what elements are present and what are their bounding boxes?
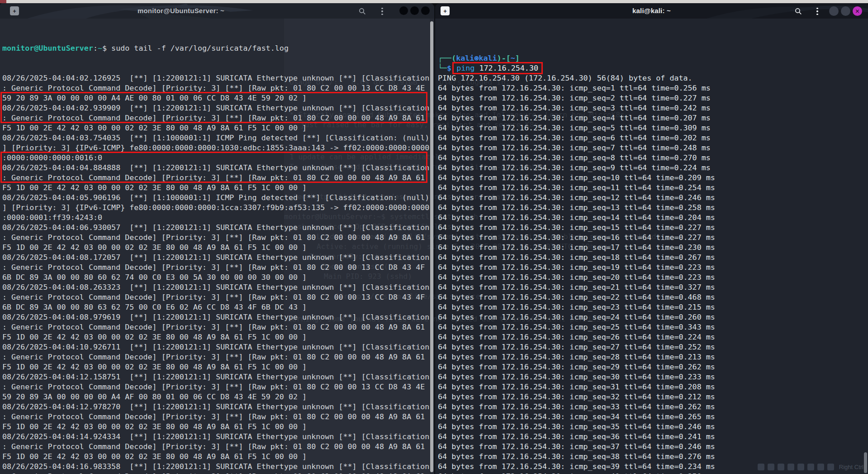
ping-reply-line: 64 bytes from 172.16.254.30: icmp_seq=18…: [438, 252, 868, 262]
ping-reply-line: 64 bytes from 172.16.254.30: icmp_seq=1 …: [438, 83, 868, 93]
menu-kebab-icon[interactable]: [813, 7, 821, 15]
terminal-tab-icon[interactable]: +: [10, 6, 19, 15]
prompt-path: ~: [98, 43, 102, 53]
ping-reply-line: 64 bytes from 172.16.254.30: icmp_seq=21…: [438, 282, 868, 292]
ping-reply-line: 64 bytes from 172.16.254.30: icmp_seq=10…: [438, 172, 868, 182]
log-line: ] [Priority: 3] {IPv6-ICMP} fe80:0000:00…: [2, 202, 434, 212]
left-terminal-output[interactable]: monitor@UbuntuServer:~$ sudo tail -f /va…: [0, 19, 434, 474]
ping-target-ip: 172.16.254.30: [479, 63, 538, 72]
prompt-frame: ]: [515, 53, 520, 62]
log-line: : Generic Protocol Command Decode] [Prio…: [2, 232, 434, 242]
log-line: : Generic Protocol Command Decode] [Prio…: [2, 83, 434, 93]
log-line: 6B DC 89 3A 00 00 80 63 62 75 00 C0 E6 0…: [2, 302, 434, 312]
maximize-button[interactable]: [410, 6, 419, 15]
desktop: + monitor@UbuntuServer: ~ monitor@Ubuntu…: [0, 0, 868, 474]
ping-header-line: PING 172.16.254.30 (172.16.254.30) 56(84…: [438, 73, 868, 83]
ping-reply-line: 64 bytes from 172.16.254.30: icmp_seq=6 …: [438, 133, 868, 143]
window-kali-terminal: + kali@kali: ~ ✕ ┌──(kali⊛kali)-[~]└─$pi…: [435, 3, 868, 474]
ping-reply-line: 64 bytes from 172.16.254.30: icmp_seq=26…: [438, 332, 868, 342]
log-line: 59 20 89 3A 00 00 00 00 A4 AE 00 80 01 0…: [2, 93, 434, 103]
shell-prompt-line: monitor@UbuntuServer:~$ sudo tail -f /va…: [2, 43, 434, 53]
log-line: 08/26/2025-04:04:16.983358 [**] [1:22001…: [2, 461, 434, 471]
virtualbox-status-icons: Right Ctrl: [758, 464, 863, 470]
log-line: 08/26/2025-04:04:12.158751 [**] [1:22001…: [2, 372, 434, 382]
menu-kebab-icon[interactable]: [378, 7, 386, 15]
ping-reply-line: 64 bytes from 172.16.254.30: icmp_seq=15…: [438, 222, 868, 232]
close-button[interactable]: ✕: [853, 6, 862, 16]
ping-reply-line: 64 bytes from 172.16.254.30: icmp_seq=37…: [438, 441, 868, 451]
right-scrollbar-thumb[interactable]: [864, 452, 867, 473]
ping-reply-line: 64 bytes from 172.16.254.30: icmp_seq=2 …: [438, 93, 868, 103]
log-line: 08/26/2025-04:04:03.754035 [**] [1:10000…: [2, 133, 434, 143]
shell-command: sudo tail -f /var/log/suricata/fast.log: [107, 43, 289, 53]
log-line: 08/26/2025-04:04:14.924334 [**] [1:22001…: [2, 431, 434, 441]
close-button[interactable]: [421, 6, 430, 15]
minimize-button[interactable]: [829, 6, 839, 16]
left-window-title: monitor@UbuntuServer: ~: [18, 3, 344, 19]
ping-reply-line: 64 bytes from 172.16.254.30: icmp_seq=36…: [438, 431, 868, 441]
prompt-user: kali: [456, 53, 474, 62]
ping-reply-line: 64 bytes from 172.16.254.30: icmp_seq=3 …: [438, 103, 868, 113]
search-icon[interactable]: [358, 7, 366, 15]
log-line: F5 1D 00 2E 42 42 03 00 00 02 02 3E 80 0…: [2, 123, 434, 133]
log-line: : Generic Protocol Command Decode] [Prio…: [2, 262, 434, 272]
log-line: 08/26/2025-04:04:06.930057 [**] [1:22001…: [2, 222, 434, 232]
ping-command-highlight-box: ping 172.16.254.30: [452, 62, 543, 74]
left-titlebar[interactable]: + monitor@UbuntuServer: ~: [0, 3, 434, 19]
ping-reply-line: 64 bytes from 172.16.254.30: icmp_seq=8 …: [438, 153, 868, 163]
ping-reply-line: 64 bytes from 172.16.254.30: icmp_seq=12…: [438, 192, 868, 202]
log-line: 08/26/2025-04:04:10.926711 [**] [1:22001…: [2, 342, 434, 352]
minimize-button[interactable]: [399, 6, 408, 15]
ping-reply-line: 64 bytes from 172.16.254.30: icmp_seq=24…: [438, 312, 868, 322]
log-line: ] [Priority: 3] {IPv6-ICMP} fe80:0000:00…: [2, 143, 434, 153]
ping-reply-line: 64 bytes from 172.16.254.30: icmp_seq=29…: [438, 362, 868, 372]
kali-command-line: └─$ping 172.16.254.30: [438, 63, 868, 73]
search-icon[interactable]: [794, 7, 802, 15]
ping-reply-line: 64 bytes from 172.16.254.30: icmp_seq=35…: [438, 421, 868, 431]
log-line: F5 1D 00 2E 42 42 03 00 00 02 02 3E 80 0…: [2, 421, 434, 431]
ping-reply-line: 64 bytes from 172.16.254.30: icmp_seq=7 …: [438, 143, 868, 153]
ping-reply-line: 64 bytes from 172.16.254.30: icmp_seq=20…: [438, 272, 868, 282]
ping-reply-line: 64 bytes from 172.16.254.30: icmp_seq=13…: [438, 202, 868, 212]
log-line: F5 1D 00 2E 42 42 03 00 00 02 02 3E 80 0…: [2, 242, 434, 252]
ping-command: ping: [456, 63, 474, 72]
maximize-button[interactable]: [841, 6, 850, 16]
log-line: : Generic Protocol Command Decode] [Prio…: [2, 441, 434, 451]
right-terminal-output[interactable]: ┌──(kali⊛kali)-[~]└─$ping 172.16.254.30P…: [435, 19, 868, 474]
virtualbox-hostkey-label: Right Ctrl: [839, 464, 863, 470]
log-line: : Generic Protocol Command Decode] [Prio…: [2, 471, 434, 474]
background-window-edge: [0, 0, 868, 3]
log-line: 08/26/2025-04:04:08.172057 [**] [1:22001…: [2, 252, 434, 262]
log-line: :0000:0001:ff39:4243:0: [2, 212, 434, 222]
log-line: : Generic Protocol Command Decode] [Prio…: [2, 382, 434, 392]
log-line: : Generic Protocol Command Decode] [Prio…: [2, 292, 434, 302]
ping-reply-line: 64 bytes from 172.16.254.30: icmp_seq=28…: [438, 352, 868, 362]
ping-reply-line: 64 bytes from 172.16.254.30: icmp_seq=27…: [438, 342, 868, 352]
ping-reply-line: 64 bytes from 172.16.254.30: icmp_seq=31…: [438, 382, 868, 392]
right-titlebar[interactable]: + kali@kali: ~ ✕: [435, 3, 868, 19]
log-line: F5 1D 00 2E 42 42 03 00 00 02 02 3E 80 0…: [2, 332, 434, 342]
prompt-frame: ┌──(: [438, 53, 456, 62]
kali-prompt-line: ┌──(kali⊛kali)-[~]: [438, 53, 868, 63]
prompt-user: kali: [479, 53, 497, 62]
ping-reply-line: 64 bytes from 172.16.254.30: icmp_seq=11…: [438, 182, 868, 192]
ping-reply-line: 64 bytes from 172.16.254.30: icmp_seq=32…: [438, 392, 868, 402]
terminal-blank-line: [438, 43, 868, 53]
ping-reply-line: 64 bytes from 172.16.254.30: icmp_seq=16…: [438, 232, 868, 242]
ping-reply-line: 64 bytes from 172.16.254.30: icmp_seq=19…: [438, 262, 868, 272]
log-line: : Generic Protocol Command Decode] [Prio…: [2, 412, 434, 421]
ping-reply-line: 64 bytes from 172.16.254.30: icmp_seq=30…: [438, 372, 868, 382]
right-scrollbar[interactable]: [863, 19, 868, 474]
spacer: [474, 63, 479, 72]
window-monitor-terminal: + monitor@UbuntuServer: ~ monitor@Ubuntu…: [0, 3, 434, 474]
log-line: 08/26/2025-04:04:08.979619 [**] [1:22001…: [2, 312, 434, 322]
prompt-dollar: $: [447, 63, 451, 72]
log-line: 08/26/2025-04:04:02.939909 [**] [1:22001…: [2, 103, 434, 113]
ping-reply-line: 64 bytes from 172.16.254.30: icmp_seq=34…: [438, 412, 868, 421]
log-line: 08/26/2025-04:04:02.126925 [**] [1:22001…: [2, 73, 434, 83]
ping-reply-line: 64 bytes from 172.16.254.30: icmp_seq=25…: [438, 322, 868, 332]
log-line: :0000:0000:0000:0016:0: [2, 153, 434, 163]
left-scrollbar[interactable]: [430, 19, 434, 474]
log-line: F5 1D 00 2E 42 42 03 00 00 02 02 3E 80 0…: [2, 182, 434, 192]
left-scrollbar-thumb[interactable]: [430, 21, 433, 472]
